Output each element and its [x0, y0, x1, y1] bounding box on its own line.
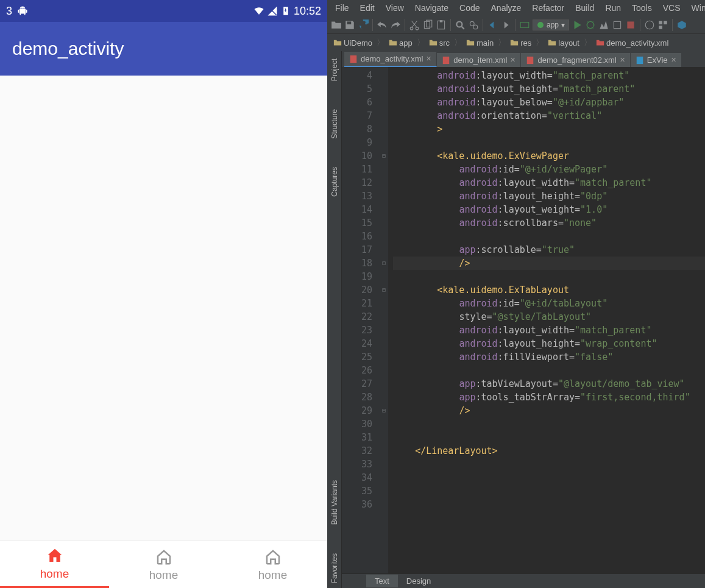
- breadcrumb-item[interactable]: UiDemo: [331, 38, 375, 48]
- menu-window[interactable]: Window: [686, 2, 705, 14]
- tab-home-2[interactable]: home: [109, 541, 218, 588]
- breadcrumb-item[interactable]: layout: [545, 38, 582, 48]
- app-bar-title: demo_activity: [12, 38, 124, 59]
- sync-icon[interactable]: [358, 19, 369, 30]
- breadcrumb-item[interactable]: res: [508, 38, 534, 48]
- structure-tool-tab[interactable]: Structure: [329, 104, 340, 144]
- android-emulator: 3 10:52 demo_activity home home home: [0, 0, 327, 588]
- code-editor[interactable]: 4567891011121314151617181920212223242526…: [342, 67, 705, 573]
- viewpager-content[interactable]: [0, 76, 327, 540]
- tab-home-1[interactable]: home: [0, 541, 109, 588]
- menu-vcs[interactable]: VCS: [657, 2, 686, 14]
- breadcrumb-separator: 〉: [454, 37, 462, 48]
- menu-refactor[interactable]: Refactor: [526, 2, 570, 14]
- copy-icon[interactable]: [422, 19, 433, 30]
- close-tab-icon[interactable]: ✕: [426, 55, 431, 63]
- breadcrumb-separator: 〉: [536, 37, 544, 48]
- line-number-gutter: 4567891011121314151617181920212223242526…: [342, 67, 380, 573]
- run-config-selector[interactable]: app ▾: [533, 19, 569, 30]
- design-mode-tab[interactable]: Design: [398, 575, 439, 587]
- favorites-tool-tab[interactable]: Favorites: [329, 548, 340, 588]
- file-type-icon: [349, 55, 358, 63]
- app-bar: demo_activity: [0, 22, 327, 76]
- folder-icon: [596, 38, 604, 47]
- code-content[interactable]: android:layout_width="match_parent" andr…: [388, 67, 705, 573]
- bottom-tab-bar: home home home: [0, 540, 327, 588]
- svg-rect-23: [527, 56, 534, 63]
- svg-rect-7: [440, 20, 443, 22]
- menu-bar: FileEditViewNavigateCodeAnalyzeRefactorB…: [327, 0, 705, 16]
- breadcrumb-item[interactable]: app: [386, 38, 415, 48]
- file-type-icon: [442, 56, 450, 65]
- chevron-down-icon: ▾: [561, 21, 565, 29]
- stop-icon[interactable]: [625, 19, 636, 30]
- file-type-icon: [526, 56, 534, 65]
- svg-rect-1: [347, 21, 352, 24]
- close-tab-icon[interactable]: ✕: [510, 56, 515, 64]
- svg-rect-21: [350, 55, 357, 62]
- profile-icon[interactable]: [598, 19, 609, 30]
- left-tool-window-bar: Project Structure Captures Build Variant…: [327, 51, 342, 588]
- svg-point-13: [537, 22, 544, 28]
- find-icon[interactable]: [455, 19, 466, 30]
- build-variants-tool-tab[interactable]: Build Variants: [329, 475, 340, 530]
- menu-edit[interactable]: Edit: [355, 2, 380, 14]
- breadcrumb-item[interactable]: src: [427, 38, 452, 48]
- project-structure-icon[interactable]: [657, 19, 668, 30]
- menu-code[interactable]: Code: [454, 2, 485, 14]
- project-tool-tab[interactable]: Project: [329, 54, 340, 86]
- svg-rect-18: [659, 21, 662, 24]
- tab-home-3[interactable]: home: [218, 541, 327, 588]
- menu-view[interactable]: View: [380, 2, 409, 14]
- menu-analyze[interactable]: Analyze: [486, 2, 527, 14]
- status-time: 10:52: [294, 5, 321, 18]
- file-tab[interactable]: demo_fragment02.xml✕: [521, 53, 630, 67]
- close-tab-icon[interactable]: ✕: [671, 56, 676, 64]
- fold-gutter: ⊟ ⊟ ⊟ ⊟: [380, 67, 388, 573]
- open-icon[interactable]: [331, 19, 342, 30]
- file-tab-label: ExVie: [647, 55, 668, 65]
- forward-icon[interactable]: [500, 19, 511, 30]
- breadcrumb-separator: 〉: [498, 37, 506, 48]
- captures-tool-tab[interactable]: Captures: [329, 162, 340, 202]
- folder-icon: [510, 38, 519, 47]
- cut-icon[interactable]: [409, 19, 420, 30]
- breadcrumb-item[interactable]: demo_activity.xml: [593, 38, 671, 48]
- android-module-icon: [537, 21, 544, 29]
- undo-icon[interactable]: [377, 19, 388, 30]
- close-tab-icon[interactable]: ✕: [620, 56, 625, 64]
- menu-build[interactable]: Build: [570, 2, 600, 14]
- file-tab[interactable]: demo_activity.xml✕: [344, 52, 437, 67]
- back-icon[interactable]: [487, 19, 498, 30]
- wifi-icon: [253, 5, 264, 16]
- paste-icon[interactable]: [436, 19, 447, 30]
- breadcrumb-bar: UiDemo〉app〉src〉main〉res〉layout〉demo_acti…: [327, 34, 705, 51]
- menu-run[interactable]: Run: [600, 2, 626, 14]
- menu-navigate[interactable]: Navigate: [409, 2, 454, 14]
- svg-rect-22: [443, 56, 450, 63]
- svg-rect-20: [659, 26, 662, 29]
- file-type-icon: [636, 56, 644, 65]
- file-tab[interactable]: ExVie✕: [631, 53, 682, 67]
- redo-icon[interactable]: [390, 19, 401, 30]
- sync-gradle-icon[interactable]: [644, 19, 655, 30]
- run-icon[interactable]: [572, 19, 583, 30]
- sdk-manager-icon[interactable]: [676, 19, 687, 30]
- avd-manager-icon[interactable]: [519, 19, 530, 30]
- status-number: 3: [6, 5, 12, 18]
- replace-icon[interactable]: [468, 19, 479, 30]
- svg-rect-24: [637, 56, 643, 63]
- file-tab-label: demo_item.xml: [453, 55, 507, 65]
- save-all-icon[interactable]: [344, 19, 355, 30]
- menu-tools[interactable]: Tools: [626, 2, 657, 14]
- svg-point-8: [456, 21, 462, 27]
- text-mode-tab[interactable]: Text: [366, 575, 398, 587]
- file-tab-label: demo_fragment02.xml: [537, 55, 616, 65]
- breadcrumb-item[interactable]: main: [464, 38, 496, 48]
- menu-file[interactable]: File: [330, 2, 355, 14]
- file-tab[interactable]: demo_item.xml✕: [437, 53, 521, 67]
- debug-icon[interactable]: [585, 19, 596, 30]
- folder-icon: [466, 38, 475, 47]
- attach-debugger-icon[interactable]: [612, 19, 623, 30]
- tab-label: home: [258, 569, 288, 582]
